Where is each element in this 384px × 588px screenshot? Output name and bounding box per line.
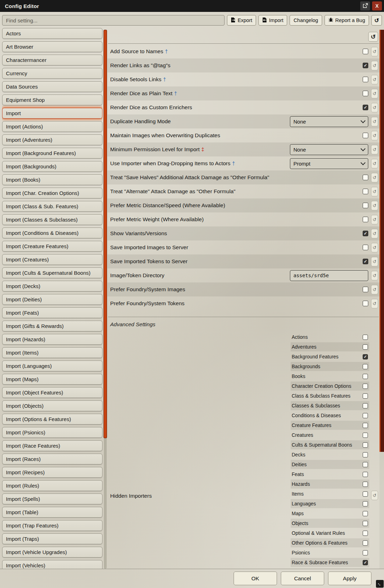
row-undo-button[interactable]: ↺ (371, 299, 378, 308)
row-undo-button[interactable]: ↺ (371, 103, 378, 112)
sidebar-item[interactable]: Import (Traps) (2, 533, 102, 544)
sidebar-item[interactable]: Import (Conditions & Diseases) (2, 227, 102, 238)
sidebar-item[interactable]: Import (Items) (2, 347, 102, 358)
sidebar-item[interactable]: Art Browser (2, 41, 102, 52)
sidebar-scrollbar[interactable] (104, 30, 107, 569)
hidden-importer-checkbox[interactable]: ✓ (363, 393, 368, 399)
row-undo-button[interactable]: ↺ (371, 117, 378, 126)
sidebar-item[interactable]: Import (Races) (2, 454, 102, 464)
hidden-importer-checkbox[interactable]: ✓ (363, 423, 368, 428)
row-undo-button[interactable]: ↺ (371, 89, 378, 98)
setting-checkbox[interactable]: ✓ (363, 217, 368, 222)
row-undo-button[interactable]: ↺ (371, 47, 378, 56)
setting-checkbox[interactable]: ✓ (363, 189, 368, 194)
setting-text-input[interactable] (290, 270, 368, 281)
setting-checkbox[interactable]: ✓ (363, 49, 368, 54)
row-undo-button[interactable]: ↺ (371, 271, 378, 280)
sidebar-item[interactable]: Import (Hazards) (2, 334, 102, 345)
hidden-importer-checkbox[interactable]: ✓ (363, 403, 368, 408)
hidden-importer-checkbox[interactable]: ✓ (363, 482, 368, 487)
row-undo-button[interactable]: ↺ (371, 61, 378, 70)
hidden-importer-checkbox[interactable]: ✓ (363, 354, 368, 359)
setting-checkbox[interactable]: ✓ (363, 259, 368, 264)
panel-undo-button[interactable]: ↺ (368, 32, 378, 42)
setting-checkbox[interactable]: ✓ (363, 105, 368, 110)
row-undo-button[interactable]: ↺ (371, 215, 378, 224)
sidebar-item[interactable]: Import (Rules) (2, 480, 102, 491)
sidebar-scrollbar-thumb[interactable] (104, 30, 107, 438)
sidebar-item[interactable]: Import (Books) (2, 174, 102, 185)
sidebar-item[interactable]: Data Sources (2, 81, 102, 92)
setting-select[interactable]: None (290, 144, 368, 155)
sidebar-item[interactable]: Import (Adventures) (2, 134, 102, 145)
setting-checkbox[interactable]: ✓ (363, 245, 368, 250)
setting-checkbox[interactable]: ✓ (363, 77, 368, 82)
hidden-importer-checkbox[interactable]: ✓ (363, 462, 368, 467)
hidden-importer-checkbox[interactable]: ✓ (363, 540, 368, 546)
sidebar-item[interactable]: Import (Gifts & Rewards) (2, 321, 102, 331)
setting-select[interactable]: None (290, 116, 368, 127)
sidebar-item[interactable]: Import (Creatures) (2, 254, 102, 265)
setting-checkbox[interactable]: ✓ (363, 203, 368, 208)
sidebar-item[interactable]: Import (Background Features) (2, 148, 102, 159)
hidden-importer-checkbox[interactable]: ✓ (363, 374, 368, 379)
ok-button[interactable]: OK (234, 572, 277, 585)
hidden-importer-checkbox[interactable]: ✓ (363, 413, 368, 418)
setting-checkbox[interactable]: ✓ (363, 175, 368, 180)
changelog-button[interactable]: Changelog (290, 15, 322, 26)
sidebar-item[interactable]: Import (Spells) (2, 493, 102, 504)
setting-select[interactable]: Prompt (290, 158, 368, 169)
row-undo-button[interactable]: ↺ (371, 131, 378, 140)
setting-checkbox[interactable]: ✓ (363, 91, 368, 96)
hidden-importer-checkbox[interactable]: ✓ (363, 433, 368, 438)
sidebar-item[interactable]: Import (Feats) (2, 307, 102, 318)
hidden-importer-checkbox[interactable]: ✓ (363, 335, 368, 340)
setting-checkbox[interactable]: ✓ (363, 231, 368, 236)
row-undo-button[interactable]: ↺ (371, 229, 378, 238)
import-button[interactable]: Import (258, 15, 287, 26)
sidebar-item[interactable]: Import (Char. Creation Options) (2, 188, 102, 198)
setting-checkbox[interactable]: ✓ (363, 133, 368, 138)
row-undo-button[interactable]: ↺ (371, 159, 378, 168)
main-scrollbar[interactable] (379, 30, 384, 569)
sidebar-item[interactable]: Import (Cults & Supernatural Boons) (2, 267, 102, 278)
hidden-importer-checkbox[interactable]: ✓ (363, 364, 368, 369)
row-undo-button[interactable]: ↺ (371, 173, 378, 182)
row-undo-button[interactable]: ↺ (371, 243, 378, 252)
row-undo-button[interactable]: ↺ (371, 145, 378, 154)
hidden-importer-checkbox[interactable]: ✓ (363, 384, 368, 389)
close-button[interactable]: X (372, 1, 382, 10)
sidebar-item[interactable]: Currency (2, 68, 102, 79)
sidebar-item[interactable]: Import (Psionics) (2, 427, 102, 438)
hidden-importer-checkbox[interactable]: ✓ (363, 472, 368, 477)
hidden-importer-checkbox[interactable]: ✓ (363, 452, 368, 457)
sidebar-item[interactable]: Import (Maps) (2, 374, 102, 385)
row-undo-button[interactable]: ↺ (371, 75, 378, 84)
setting-checkbox[interactable]: ✓ (363, 287, 368, 292)
apply-button[interactable]: Apply (328, 572, 371, 585)
hidden-importer-checkbox[interactable]: ✓ (363, 511, 368, 516)
report-bug-button[interactable]: Report a Bug (325, 15, 369, 26)
sidebar-item[interactable]: Charactermancer (2, 55, 102, 65)
hidden-importer-checkbox[interactable]: ✓ (363, 521, 368, 526)
popout-button[interactable] (360, 1, 370, 10)
sidebar-item[interactable]: Import (Object Features) (2, 387, 102, 398)
sidebar-item[interactable]: Import (Vehicle Upgrades) (2, 547, 102, 558)
row-undo-button[interactable]: ↺ (371, 285, 378, 294)
main-scrollbar-thumb[interactable] (379, 30, 384, 452)
hidden-importer-checkbox[interactable]: ✓ (363, 560, 368, 565)
row-undo-button[interactable]: ↺ (371, 201, 378, 210)
setting-checkbox[interactable]: ✓ (363, 301, 368, 306)
sidebar-item[interactable]: Import (Creature Features) (2, 241, 102, 252)
sidebar-item[interactable]: Import (Recipes) (2, 467, 102, 478)
hidden-importer-checkbox[interactable]: ✓ (363, 491, 368, 497)
row-undo-button[interactable]: ↺ (371, 257, 378, 266)
hidden-importer-checkbox[interactable]: ✓ (363, 442, 368, 448)
sidebar-item[interactable]: Import (Languages) (2, 360, 102, 371)
sidebar-item[interactable]: Equipment Shop (2, 94, 102, 105)
sidebar-item[interactable]: Import (Table) (2, 507, 102, 518)
cancel-button[interactable]: Cancel (281, 572, 324, 585)
sidebar-item[interactable]: Import (2, 108, 102, 119)
sidebar-item[interactable]: Import (Classes & Subclasses) (2, 214, 102, 225)
row-undo-button[interactable]: ↺ (371, 187, 378, 196)
